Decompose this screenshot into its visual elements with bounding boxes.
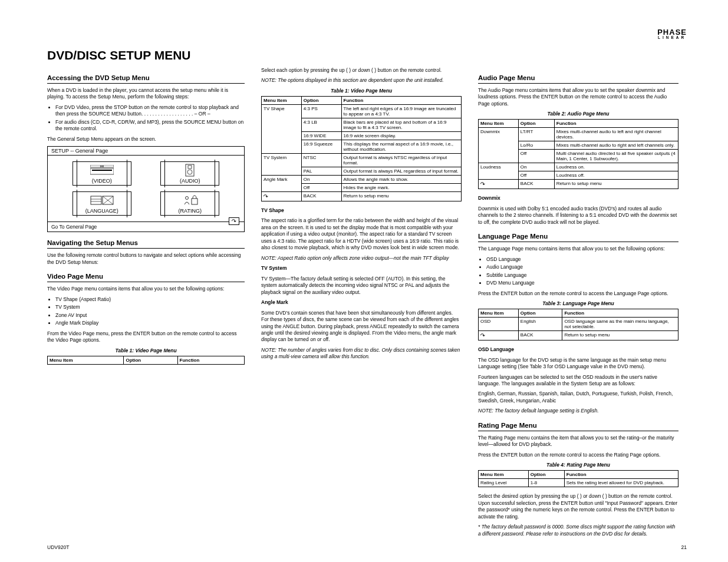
svg-rect-2 [92,170,112,171]
th: Function [564,471,678,479]
heading-language-page: Language Page Menu [478,233,678,242]
list-item: Audio Language [486,264,678,270]
td: Loudness [479,163,519,180]
heading-accessing: Accessing the DVD Setup Menu [47,74,245,84]
note: NOTE: The number of angles varies from d… [261,347,462,361]
td: 4:3 PS [301,104,341,118]
table-caption: Table 2: Audio Page Menu [478,111,678,117]
dvd-icon: DVD [73,164,131,177]
th: Option [301,96,341,104]
menu-audio-button[interactable]: (AUDIO) [160,161,219,186]
table-rating-page: Menu Item Option Function Rating Level 1… [478,470,678,487]
menu-label: (VIDEO) [73,178,131,184]
list-item: Angle Mark Display [55,320,245,326]
td: OSD [479,318,519,331]
td: Return to setup menu [341,191,461,201]
page-footer: UDV920T 21 [47,544,687,550]
list-item: TV Shape (Aspect Ratio) [55,296,245,303]
td: 16:9 wide screen display. [341,131,461,140]
td: BACK [518,331,562,340]
td: BACK [518,180,554,189]
subhead: TV System [261,265,286,271]
menu-label: (LANGUAGE) [73,208,131,214]
td: Hides the angle mark. [341,183,461,191]
note: * The factory default password is 0000. … [478,524,678,537]
th: Menu Item [479,120,519,128]
td: Off [301,183,341,191]
list-item: TV System [55,304,245,310]
para: The OSD language for the DVD setup is th… [478,357,678,371]
subhead: Downmix [478,195,500,201]
footer-model: UDV920T [47,544,69,550]
note: NOTE: The factory default language setti… [478,408,678,414]
td: Loudness off. [554,171,678,180]
th: Option [518,309,562,318]
para: Use the following remote control buttons… [47,252,245,266]
list-item: OSD Language [486,256,678,263]
para: From the Video Page menu, press the ENTE… [47,330,245,344]
th: Function [177,356,244,364]
td: Lo/Ro [518,141,554,150]
td: Off [518,150,554,163]
table-caption: Table 3: Language Page Menu [478,300,678,306]
th: Function [341,96,461,104]
table-caption: Table 1: Video Page Menu [261,88,462,94]
td: Angle Mark [262,175,302,191]
td: Off [518,171,554,180]
td: 16:9 WIDE [301,131,341,140]
back-icon [262,191,302,201]
list-item: Subtitle Language [486,272,678,279]
subhead: OSD Language [478,346,514,352]
table-caption: Table 1: Video Page Menu [47,348,245,353]
menu-video-button[interactable]: DVD (VIDEO) [73,161,131,186]
note: NOTE: The options displayed in this sect… [261,77,462,84]
brand-logo: PHASE LINEAR [657,28,687,40]
td: Rating Level [479,479,529,487]
list-item: For DVD Video, press the STOP button on … [55,104,245,118]
back-icon[interactable]: ↶ [229,217,239,225]
td: Output format is always PAL regardless o… [341,167,461,175]
menu-language-button[interactable]: (LANGUAGE) [73,191,131,216]
th: Function [554,120,678,128]
td: Return to setup menu [562,331,678,340]
svg-rect-14 [192,199,197,204]
table-caption: Table 4: Rating Page Menu [478,462,678,468]
td: Multi channel audio directed to all five… [554,150,678,163]
para: The aspect ratio is a glorified term for… [261,217,462,251]
heading-audio-page: Audio Page Menu [478,74,678,84]
para: The Audio Page menu contains items that … [478,87,678,107]
para: Some DVD's contain scenes that have been… [261,310,462,343]
menu-rating-button[interactable]: (RATING) [160,191,219,216]
note: NOTE: Aspect Ratio option only affects z… [261,255,462,262]
list-item: DVD Menu Language [486,280,678,286]
td: 4:3 LB [301,118,341,131]
para: Select the desired option by pressing th… [478,493,678,520]
table-video-page: Menu Item Option Function TV Shape 4:3 P… [261,96,462,201]
td: TV Shape [262,104,302,153]
menu-label: (RATING) [161,208,219,214]
list-item: For audio discs (CD, CD-R, CDR/W, and MP… [55,119,245,133]
list-item: Zone AV Input [55,312,245,319]
td: OSD language same as the main menu langu… [562,318,678,331]
para: Press the ENTER button on the remote con… [478,290,678,297]
td: Return to setup menu [554,180,678,189]
td: This displays the normal aspect of a 16:… [341,140,461,153]
th: Menu Item [48,356,124,364]
th: Function [562,309,678,318]
td: Mixes multi-channel audio to left and ri… [554,128,678,141]
para: When a DVD is loaded in the player, you … [47,87,245,101]
th: Menu Item [262,96,302,104]
heading-video-page: Video Page Menu [47,273,245,282]
td: Black bars are placed at top and bottom … [341,118,461,131]
para: The Video Page menu contains items that … [47,286,245,292]
speaker-icon [161,164,219,177]
language-icon [73,194,131,207]
back-icon [479,331,519,340]
screen-hint: Go To General Page [51,224,97,230]
para: The General Setup Menu appears on the sc… [47,136,245,143]
screen-title: SETUP -- General Page [48,147,244,156]
footer-page-number: 21 [681,544,687,550]
svg-rect-7 [91,196,101,204]
table-video-page-header: Menu Item Option Function [47,356,245,365]
th: Option [528,471,564,479]
